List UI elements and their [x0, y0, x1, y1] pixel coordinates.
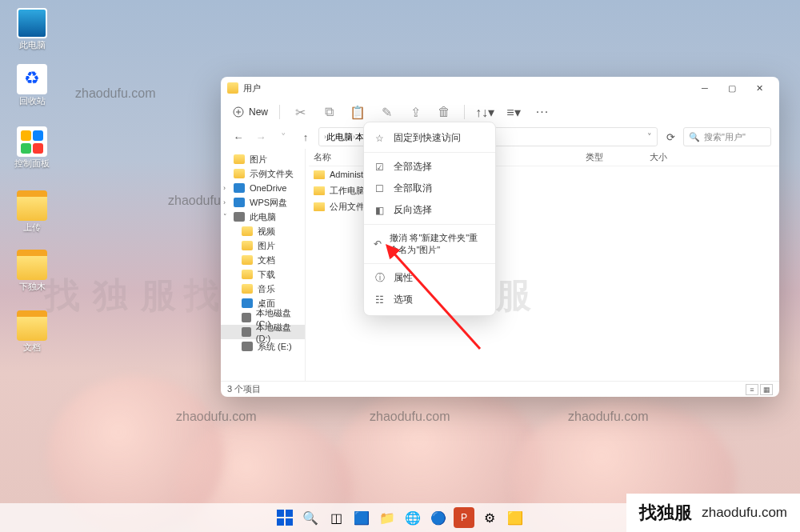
desktop-icon-label: 控制面板	[14, 158, 50, 169]
sidebar-item[interactable]: 下载	[221, 267, 305, 282]
recycle-bin-icon	[17, 64, 47, 94]
copy-button[interactable]: ⧉	[320, 103, 338, 121]
back-button[interactable]: ←	[229, 127, 248, 146]
menu-select-all[interactable]: ☑全部选择	[364, 156, 495, 178]
sort-button[interactable]: ↑↓▾	[476, 103, 494, 121]
sidebar-item[interactable]: 文档	[221, 253, 305, 267]
sidebar-item[interactable]: ˅此电脑	[221, 210, 305, 224]
folder-icon	[17, 190, 47, 221]
svg-rect-2	[277, 510, 284, 517]
sidebar-item[interactable]: ›OneDrive	[221, 181, 305, 195]
explorer-icon[interactable]: 📁	[377, 507, 398, 528]
app-icon[interactable]: 🟨	[505, 507, 526, 528]
menu-options[interactable]: ☷选项	[364, 289, 495, 310]
menu-select-none[interactable]: ☐全部取消	[364, 178, 495, 199]
rename-button[interactable]: ✎	[378, 103, 395, 121]
menu-invert-selection[interactable]: ◧反向选择	[364, 199, 495, 221]
properties-icon: ⓘ	[374, 272, 386, 284]
details-view-button[interactable]: ≡	[746, 384, 758, 395]
edge-icon[interactable]: 🌐	[402, 507, 423, 528]
toolbar: New ✂ ⧉ 📋 ✎ ⇪ 🗑 ↑↓▾ ≡▾ ···	[221, 99, 779, 125]
select-all-icon: ☑	[374, 161, 386, 173]
address-dropdown-icon[interactable]: ˅	[647, 132, 652, 142]
share-button[interactable]: ⇪	[406, 103, 424, 121]
desktop-icon-folder-upload[interactable]: 上传	[8, 190, 56, 233]
sidebar-item[interactable]: 图片	[221, 238, 305, 253]
desktop-icon-control-panel[interactable]: 控制面板	[8, 126, 56, 169]
menu-pin-to-quickaccess[interactable]: ☆固定到快速访问	[364, 127, 495, 149]
refresh-button[interactable]: ⟳	[661, 127, 680, 146]
new-button[interactable]: New	[232, 106, 268, 118]
menu-properties[interactable]: ⓘ属性	[364, 267, 495, 289]
sidebar-item[interactable]: ›WPS网盘	[221, 195, 305, 210]
status-bar: 3 个项目 ≡ ▦	[221, 381, 779, 397]
maximize-button[interactable]: ▢	[718, 78, 746, 98]
sidebar-item-label: 此电脑	[250, 211, 276, 223]
up-button[interactable]: ↑	[296, 127, 315, 146]
folder-icon	[314, 202, 325, 211]
svg-rect-5	[286, 518, 293, 526]
taskview-icon[interactable]: ◫	[326, 507, 346, 528]
folder-icon	[314, 186, 325, 195]
minimize-button[interactable]: ─	[691, 78, 718, 98]
sidebar-item-icon	[234, 212, 245, 222]
chrome-icon[interactable]: 🔵	[428, 507, 449, 528]
icons-view-button[interactable]: ▦	[760, 384, 773, 395]
chevron-icon: ˅	[223, 213, 227, 221]
folder-icon	[227, 82, 238, 94]
select-none-icon: ☐	[374, 182, 386, 194]
column-type[interactable]: 类型	[586, 151, 650, 163]
sidebar-item-label: OneDrive	[250, 183, 286, 193]
breadcrumb-root: 此电脑	[326, 131, 353, 143]
sidebar-item[interactable]: 图片	[221, 152, 305, 166]
forward-button[interactable]: →	[251, 127, 270, 146]
sidebar-item[interactable]: 示例文件夹	[221, 166, 305, 181]
gear-icon[interactable]: ⚙	[479, 507, 500, 528]
sidebar-item-icon	[234, 169, 245, 178]
sidebar-item-icon	[242, 342, 253, 351]
chevron-icon: ›	[223, 184, 226, 192]
brand-url: zhaodufu.com	[702, 505, 787, 521]
column-size[interactable]: 大小	[650, 151, 714, 163]
start-button[interactable]	[274, 507, 295, 528]
context-menu: ☆固定到快速访问 ☑全部选择 ☐全部取消 ◧反向选择 ↶撤消 将"新建文件夹"重…	[363, 122, 496, 316]
sidebar-item[interactable]: 音乐	[221, 282, 305, 296]
sidebar-item-label: 系统 (E:)	[258, 341, 292, 353]
sidebar-item-icon	[242, 270, 253, 279]
close-button[interactable]: ✕	[746, 78, 773, 98]
chevron-icon: ›	[223, 198, 226, 206]
view-button[interactable]: ≡▾	[505, 103, 522, 121]
desktop-icon-recycle-bin[interactable]: 回收站	[8, 64, 56, 106]
svg-rect-3	[286, 510, 293, 517]
folder-icon	[17, 250, 47, 280]
search-taskbar-icon[interactable]: 🔍	[300, 507, 321, 528]
sidebar-item[interactable]: 本地磁盘 (D:)	[221, 325, 305, 339]
plus-circle-icon	[232, 106, 245, 118]
sidebar-item[interactable]: 视频	[221, 224, 305, 238]
titlebar: 用户 ─ ▢ ✕	[221, 77, 779, 99]
ppt-icon[interactable]: P	[454, 507, 474, 528]
sidebar-item-icon	[234, 183, 245, 193]
sidebar-item-icon	[242, 226, 253, 236]
file-name: 公用	[330, 201, 347, 213]
brand-name: 找独服	[639, 501, 692, 525]
recent-dropdown[interactable]: ˅	[274, 127, 293, 146]
desktop-icon-label: 下独木	[19, 282, 46, 292]
widgets-icon[interactable]: 🟦	[351, 507, 372, 528]
search-placeholder: 搜索"用户"	[704, 131, 746, 143]
control-panel-icon	[17, 126, 47, 157]
cut-button[interactable]: ✂	[291, 103, 309, 121]
paste-button[interactable]: 📋	[349, 103, 366, 121]
sidebar-item-icon	[242, 241, 253, 250]
watermark-url: zhaodufu.com	[176, 410, 257, 424]
desktop-icon-this-pc[interactable]: 此电脑	[8, 8, 56, 50]
more-button[interactable]: ···	[534, 103, 551, 121]
delete-button[interactable]: 🗑	[435, 103, 453, 121]
watermark-url: zhaodufu.com	[370, 410, 450, 424]
item-count: 3 个项目	[227, 383, 261, 395]
menu-undo[interactable]: ↶撤消 将"新建文件夹"重命名为"图片"	[364, 228, 495, 260]
sidebar-item-label: 图片	[258, 240, 275, 252]
sidebar-item[interactable]: 系统 (E:)	[221, 339, 305, 354]
undo-icon: ↶	[374, 238, 382, 250]
search-input[interactable]: 🔍 搜索"用户"	[683, 127, 771, 146]
